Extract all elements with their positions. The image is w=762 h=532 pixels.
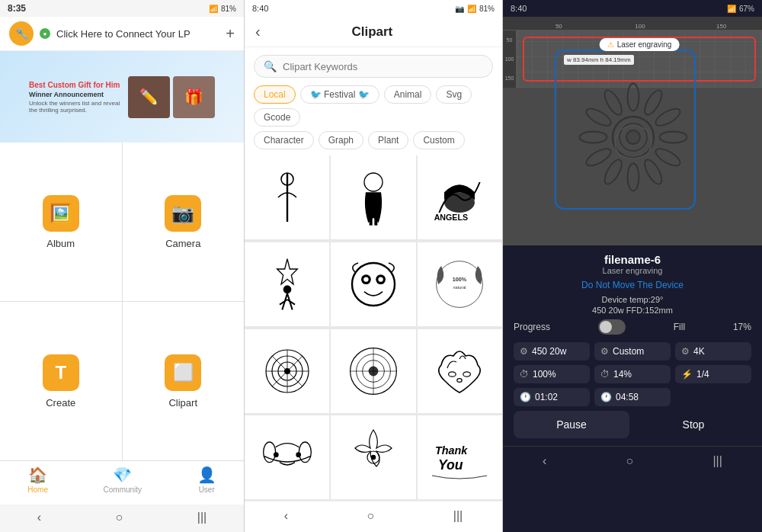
clipart-item-5[interactable] [331,242,415,326]
grid-album[interactable]: 🖼️ Album [0,143,122,301]
clipart-svg-7 [257,341,318,402]
nav-home[interactable]: 🏠 Home [27,466,48,494]
nav-community[interactable]: 💎 Community [104,466,142,494]
grid-camera[interactable]: 📷 Camera [123,143,245,301]
sys-back-laser[interactable]: ‹ [527,451,562,471]
clipart-item-3[interactable]: ANGELS [418,155,502,239]
filter-svg[interactable]: Svg [436,85,472,104]
ruler-mark-150: 150 [680,23,762,30]
filter-gcode[interactable]: Gcode [254,108,300,127]
pause-button[interactable]: Pause [514,411,629,438]
create-icon: T [55,362,66,383]
sys-back-clipart[interactable]: ‹ [269,506,303,526]
info-panel: filename-6 Laser engraving Do Not Move T… [503,245,762,446]
clipart-item-11[interactable] [331,415,415,499]
clipart-item-7[interactable] [245,329,329,413]
system-nav-clipart: ‹ ○ ||| [245,501,502,532]
clipart-svg-8 [343,341,404,402]
search-input-clipart[interactable] [283,61,483,72]
sys-home-laser[interactable]: ○ [611,451,649,471]
clipart-item-6[interactable]: 100% natural [418,242,502,326]
sys-home-clipart[interactable]: ○ [352,506,390,526]
filter-character[interactable]: Character [254,131,314,149]
camera-icon: 📷 [171,203,194,224]
svg-point-52 [601,157,625,187]
wifi-laser-icon: 📶 [727,5,736,13]
filter-local[interactable]: Local [254,85,296,104]
add-button[interactable]: + [226,25,235,43]
community-icon: 💎 [113,466,132,484]
svg-point-36 [457,378,462,382]
time1-value: 01:02 [535,392,558,402]
sys-home-home[interactable]: ○ [101,508,139,527]
wifi-clipart-icon: 📶 [467,5,476,13]
progress-label: Progress [514,322,550,332]
panel-laser: 8:40 📶 67% 50 100 150 50 100 150 [503,0,762,532]
back-button-clipart[interactable]: ‹ [255,23,261,40]
clipart-item-4[interactable] [245,242,329,326]
sys-menu-laser[interactable]: ||| [697,451,737,471]
clipart-item-10[interactable] [245,415,329,499]
svg-point-15 [363,277,368,281]
clipart-icon-box: ⬜ [165,354,201,391]
grid-clipart[interactable]: ⬜ Clipart [123,302,245,460]
param-quality: ⚙ 4K [675,342,751,361]
clipart-item-1[interactable] [245,155,329,239]
search-bar-clipart[interactable]: 🔍 [254,55,493,78]
svg-point-42 [371,455,376,460]
file-subtitle: Laser engraving [514,266,751,275]
svg-point-59 [626,130,640,144]
camera-icon-box: 📷 [165,195,201,232]
grid-create[interactable]: T Create [0,302,122,460]
banner-title: Best Custom Gift for Him [29,81,120,89]
time-laser: 8:40 [511,4,527,13]
clipart-svg-2 [343,167,404,228]
sys-menu-home[interactable]: ||| [182,508,222,527]
filter-graph[interactable]: Graph [319,131,363,149]
panel-clipart: 8:40 📷 📶 81% ‹ Clipart 🔍 Local 🐦 Festiva… [244,0,503,532]
album-icon: 🖼️ [50,203,72,224]
svg-point-50 [641,157,664,187]
clipart-svg-5 [343,254,404,315]
fill-pct-icon: ⏱ [600,369,610,380]
ruler-mark-50: 50 [518,23,600,30]
stop-button[interactable]: Stop [636,411,751,438]
svg-point-56 [601,88,625,117]
clipart-grid: ANGELS [245,155,502,501]
sys-menu-clipart[interactable]: ||| [438,506,478,526]
svg-point-16 [378,277,383,281]
clipart-item-8[interactable] [331,329,415,413]
clipart-item-12[interactable]: Thank You [418,415,502,499]
filter-plant[interactable]: Plant [368,131,408,149]
filter-festival[interactable]: 🐦 Festival 🐦 [300,85,379,104]
filter-custom[interactable]: Custom [413,131,464,149]
clipart-item-9[interactable] [418,329,502,413]
status-icons-clipart: 📷 📶 81% [455,5,495,13]
progress-toggle[interactable] [598,319,626,335]
clipart-item-2[interactable] [331,155,415,239]
svg-point-46 [641,88,664,117]
banner-subtitle: Unlock the winners list and reveal the t… [29,100,120,114]
speed-icon: ⏱ [520,369,529,380]
time-home: 8:35 [8,3,26,14]
camera-status-icon: 📷 [455,5,464,13]
warning-icon: ⚠ [607,40,614,49]
time1-icon: 🕐 [520,392,531,402]
filter-animal[interactable]: Animal [384,85,432,104]
banner-images: ✏️ 🎁 [128,76,215,118]
svg-point-53 [584,146,613,169]
connect-text[interactable]: Click Here to Connect Your LP [56,28,219,40]
svg-point-35 [463,371,471,376]
quality-value: 4K [693,346,705,357]
fill-pct-value: 14% [613,369,632,380]
clipart-svg-9 [429,341,490,402]
nav-user[interactable]: 👤 User [197,466,216,494]
param-fill-pct: ⏱ 14% [594,365,671,383]
ruler-mark-100: 100 [600,23,681,30]
banner-img-1: ✏️ [128,76,170,118]
sys-back-home[interactable]: ‹ [22,508,56,527]
param-power: ⚙ 450 20w [514,342,590,361]
sunflower-svg [576,80,690,194]
clipart-label: Clipart [168,397,197,409]
fill-mode-value: Custom [613,346,644,357]
